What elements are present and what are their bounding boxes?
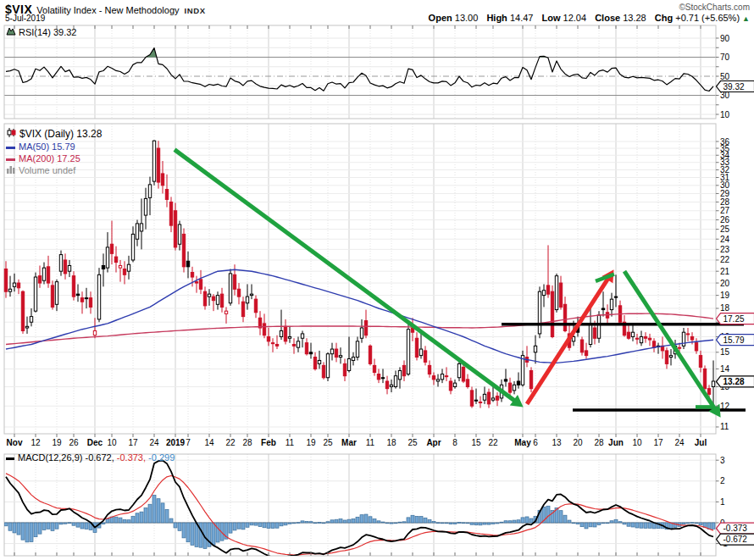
svg-text:26: 26	[720, 215, 730, 225]
svg-text:1: 1	[720, 497, 725, 507]
svg-text:13.28: 13.28	[724, 377, 745, 386]
svg-text:18: 18	[720, 303, 730, 313]
svg-text:11: 11	[366, 438, 375, 447]
svg-text:22: 22	[225, 438, 236, 447]
macd-line-icon	[6, 452, 15, 463]
svg-text:Dec: Dec	[87, 438, 103, 447]
svg-text:10: 10	[720, 110, 730, 119]
svg-text:13: 13	[552, 438, 562, 447]
svg-text:70: 70	[720, 53, 730, 62]
svg-text:21: 21	[720, 267, 730, 276]
svg-text:Jun: Jun	[608, 438, 624, 447]
chart-plot-area: 3635343332313029282726252423222120191817…	[0, 0, 754, 560]
svg-text:10: 10	[632, 438, 642, 447]
svg-text:17: 17	[128, 438, 138, 447]
legend-ma200-label: MA(200) 17.25	[19, 152, 80, 164]
macd-label: MACD(12,26,9)	[18, 452, 82, 463]
svg-text:22: 22	[488, 438, 498, 447]
svg-text:Jul: Jul	[695, 438, 707, 447]
legend-volume-row: Volume undef	[6, 164, 102, 176]
svg-text:20: 20	[573, 438, 583, 447]
svg-text:27: 27	[720, 206, 730, 215]
svg-text:24: 24	[149, 438, 159, 447]
ma50-line-icon	[6, 141, 16, 152]
svg-text:12: 12	[30, 438, 41, 447]
svg-text:15: 15	[720, 347, 730, 357]
rsi-label: RSI(14) 39.32	[19, 26, 76, 38]
stockcharts-vix-chart: $VIXVolatility Index - New MethodologyIN…	[0, 0, 754, 560]
ma200-line-icon	[6, 152, 16, 164]
macd-value-1: -0.672,	[82, 452, 114, 463]
svg-text:25: 25	[323, 438, 333, 447]
svg-text:2: 2	[720, 476, 725, 485]
candlestick-icon	[6, 127, 17, 141]
legend-ma50-row: MA(50) 15.79	[6, 141, 102, 152]
svg-text:3: 3	[720, 456, 725, 465]
svg-text:18: 18	[386, 438, 396, 447]
gridlines	[4, 25, 716, 556]
svg-text:25: 25	[720, 225, 730, 234]
svg-text:8: 8	[452, 438, 457, 447]
svg-text:May: May	[514, 438, 531, 447]
svg-text:10: 10	[107, 438, 117, 447]
legend-symbol-row: $VIX (Daily) 13.28	[6, 127, 102, 141]
svg-text:28: 28	[242, 438, 252, 447]
svg-text:19: 19	[720, 291, 730, 300]
volume-bars-icon	[6, 164, 16, 176]
svg-text:19: 19	[52, 438, 62, 447]
svg-text:Nov: Nov	[7, 438, 23, 447]
decline-arrow	[624, 271, 721, 418]
svg-text:Mar: Mar	[341, 438, 357, 447]
legend-symbol-label: $VIX (Daily) 13.28	[19, 128, 102, 140]
svg-text:15.79: 15.79	[724, 335, 745, 345]
svg-text:19: 19	[306, 438, 316, 447]
svg-text:15: 15	[471, 438, 481, 447]
legend-ma50-label: MA(50) 15.79	[19, 141, 75, 152]
svg-text:11: 11	[720, 422, 729, 431]
svg-text:39.32: 39.32	[724, 82, 745, 91]
svg-text:-0.373: -0.373	[724, 524, 748, 533]
rsi-legend: RSI(14) 39.32	[6, 26, 76, 38]
svg-text:22: 22	[720, 255, 730, 264]
legend-ma200-row: MA(200) 17.25	[6, 152, 102, 164]
svg-text:24: 24	[720, 235, 730, 244]
svg-text:23: 23	[720, 245, 730, 254]
main-legend: $VIX (Daily) 13.28 MA(50) 15.79 MA(200) …	[6, 127, 102, 176]
svg-text:28: 28	[594, 438, 604, 447]
macd-legend: MACD(12,26,9) -0.672, -0.373, -0.299	[6, 452, 175, 463]
svg-text:14: 14	[204, 438, 214, 447]
svg-text:Apr: Apr	[426, 438, 441, 447]
svg-text:2019: 2019	[166, 438, 186, 447]
macd-value-2: -0.373,	[114, 452, 146, 463]
svg-text:14: 14	[720, 364, 730, 374]
svg-text:11: 11	[286, 438, 295, 447]
svg-text:7: 7	[186, 438, 191, 447]
svg-text:50: 50	[720, 72, 730, 81]
rsi-area-icon	[6, 26, 16, 38]
legend-volume-label: Volume undef	[19, 164, 75, 176]
svg-text:25: 25	[407, 438, 418, 447]
svg-text:12: 12	[720, 402, 730, 411]
svg-text:6: 6	[533, 438, 538, 447]
svg-text:Feb: Feb	[261, 438, 276, 447]
svg-text:-0.672: -0.672	[724, 535, 748, 544]
svg-text:24: 24	[674, 438, 685, 447]
svg-text:26: 26	[69, 438, 79, 447]
svg-text:20: 20	[720, 279, 730, 288]
macd-value-3: -0.299	[146, 452, 175, 463]
svg-text:17: 17	[653, 438, 663, 447]
svg-text:17.25: 17.25	[724, 314, 745, 324]
svg-text:90: 90	[720, 34, 730, 43]
